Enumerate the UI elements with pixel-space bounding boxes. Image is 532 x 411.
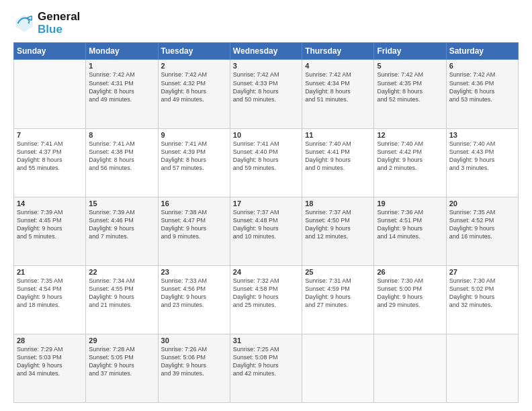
calendar-cell: 26Sunrise: 7:30 AM Sunset: 5:00 PM Dayli…: [374, 265, 446, 334]
calendar-cell: 7Sunrise: 7:41 AM Sunset: 4:37 PM Daylig…: [14, 128, 86, 197]
calendar-cell: 14Sunrise: 7:39 AM Sunset: 4:45 PM Dayli…: [14, 197, 86, 265]
week-row-4: 21Sunrise: 7:35 AM Sunset: 4:54 PM Dayli…: [14, 265, 519, 334]
day-info: Sunrise: 7:32 AM Sunset: 4:58 PM Dayligh…: [233, 277, 299, 310]
calendar-cell: 31Sunrise: 7:25 AM Sunset: 5:08 PM Dayli…: [230, 334, 302, 402]
calendar-cell: 9Sunrise: 7:41 AM Sunset: 4:39 PM Daylig…: [158, 128, 230, 197]
logo: General Blue: [13, 11, 80, 36]
day-info: Sunrise: 7:29 AM Sunset: 5:03 PM Dayligh…: [17, 345, 83, 378]
day-info: Sunrise: 7:42 AM Sunset: 4:33 PM Dayligh…: [233, 71, 299, 103]
day-number: 31: [233, 336, 299, 345]
calendar-cell: 8Sunrise: 7:41 AM Sunset: 4:38 PM Daylig…: [86, 128, 158, 197]
calendar-cell: 19Sunrise: 7:36 AM Sunset: 4:51 PM Dayli…: [374, 197, 446, 265]
day-number: 16: [161, 199, 227, 208]
day-number: 13: [449, 131, 515, 139]
calendar-cell: 30Sunrise: 7:26 AM Sunset: 5:06 PM Dayli…: [158, 334, 230, 402]
calendar-cell: 18Sunrise: 7:37 AM Sunset: 4:50 PM Dayli…: [302, 197, 374, 265]
day-info: Sunrise: 7:37 AM Sunset: 4:48 PM Dayligh…: [233, 208, 299, 241]
day-info: Sunrise: 7:42 AM Sunset: 4:35 PM Dayligh…: [377, 71, 443, 103]
day-info: Sunrise: 7:39 AM Sunset: 4:46 PM Dayligh…: [89, 208, 154, 241]
calendar-cell: 21Sunrise: 7:35 AM Sunset: 4:54 PM Dayli…: [14, 265, 86, 334]
calendar-cell: 12Sunrise: 7:40 AM Sunset: 4:42 PM Dayli…: [374, 128, 446, 197]
calendar-cell: [14, 60, 86, 128]
calendar-cell: 28Sunrise: 7:29 AM Sunset: 5:03 PM Dayli…: [14, 334, 86, 402]
header: General Blue: [13, 11, 519, 36]
calendar-cell: 29Sunrise: 7:28 AM Sunset: 5:05 PM Dayli…: [86, 334, 158, 402]
day-number: 11: [305, 131, 371, 139]
day-number: 30: [161, 336, 227, 345]
day-number: 14: [17, 199, 83, 208]
day-number: 29: [89, 336, 154, 345]
day-info: Sunrise: 7:28 AM Sunset: 5:05 PM Dayligh…: [89, 345, 154, 378]
day-info: Sunrise: 7:41 AM Sunset: 4:37 PM Dayligh…: [17, 140, 83, 173]
weekday-header-thursday: Thursday: [302, 43, 374, 60]
weekday-header-sunday: Sunday: [14, 43, 86, 60]
day-info: Sunrise: 7:42 AM Sunset: 4:34 PM Dayligh…: [305, 71, 371, 103]
day-info: Sunrise: 7:35 AM Sunset: 4:54 PM Dayligh…: [17, 277, 83, 310]
week-row-3: 14Sunrise: 7:39 AM Sunset: 4:45 PM Dayli…: [14, 197, 519, 265]
day-number: 1: [89, 62, 154, 70]
day-number: 23: [161, 268, 227, 276]
day-number: 8: [89, 131, 154, 139]
day-number: 18: [305, 199, 371, 208]
day-info: Sunrise: 7:31 AM Sunset: 4:59 PM Dayligh…: [305, 277, 371, 310]
day-info: Sunrise: 7:41 AM Sunset: 4:40 PM Dayligh…: [233, 140, 299, 173]
week-row-2: 7Sunrise: 7:41 AM Sunset: 4:37 PM Daylig…: [14, 128, 519, 197]
calendar-cell: 4Sunrise: 7:42 AM Sunset: 4:34 PM Daylig…: [302, 60, 374, 128]
day-number: 25: [305, 268, 371, 276]
logo-text: General Blue: [38, 11, 80, 36]
calendar-cell: 24Sunrise: 7:32 AM Sunset: 4:58 PM Dayli…: [230, 265, 302, 334]
week-row-1: 1Sunrise: 7:42 AM Sunset: 4:31 PM Daylig…: [14, 60, 519, 128]
day-number: 27: [449, 268, 515, 276]
day-number: 22: [89, 268, 154, 276]
day-info: Sunrise: 7:33 AM Sunset: 4:56 PM Dayligh…: [161, 277, 227, 310]
day-number: 10: [233, 131, 299, 139]
weekday-header-row: SundayMondayTuesdayWednesdayThursdayFrid…: [14, 43, 519, 60]
day-number: 28: [17, 336, 83, 345]
weekday-header-wednesday: Wednesday: [230, 43, 302, 60]
day-number: 6: [449, 62, 515, 70]
calendar-cell: 25Sunrise: 7:31 AM Sunset: 4:59 PM Dayli…: [302, 265, 374, 334]
day-number: 3: [233, 62, 299, 70]
day-info: Sunrise: 7:38 AM Sunset: 4:47 PM Dayligh…: [161, 208, 227, 241]
week-row-5: 28Sunrise: 7:29 AM Sunset: 5:03 PM Dayli…: [14, 334, 519, 402]
day-info: Sunrise: 7:41 AM Sunset: 4:39 PM Dayligh…: [161, 140, 227, 173]
day-info: Sunrise: 7:39 AM Sunset: 4:45 PM Dayligh…: [17, 208, 83, 241]
calendar-cell: 27Sunrise: 7:30 AM Sunset: 5:02 PM Dayli…: [446, 265, 518, 334]
day-number: 7: [17, 131, 83, 139]
calendar-cell: 6Sunrise: 7:42 AM Sunset: 4:36 PM Daylig…: [446, 60, 518, 128]
page: General Blue SundayMondayTuesdayWednesda…: [0, 0, 532, 411]
day-info: Sunrise: 7:34 AM Sunset: 4:55 PM Dayligh…: [89, 277, 154, 310]
day-number: 2: [161, 62, 227, 70]
day-number: 20: [449, 199, 515, 208]
day-number: 19: [377, 199, 443, 208]
day-number: 15: [89, 199, 154, 208]
calendar-cell: [446, 334, 518, 402]
calendar-cell: 16Sunrise: 7:38 AM Sunset: 4:47 PM Dayli…: [158, 197, 230, 265]
calendar-cell: 2Sunrise: 7:42 AM Sunset: 4:32 PM Daylig…: [158, 60, 230, 128]
weekday-header-friday: Friday: [374, 43, 446, 60]
calendar-cell: 23Sunrise: 7:33 AM Sunset: 4:56 PM Dayli…: [158, 265, 230, 334]
calendar-cell: 15Sunrise: 7:39 AM Sunset: 4:46 PM Dayli…: [86, 197, 158, 265]
calendar-cell: 10Sunrise: 7:41 AM Sunset: 4:40 PM Dayli…: [230, 128, 302, 197]
day-info: Sunrise: 7:40 AM Sunset: 4:43 PM Dayligh…: [449, 140, 515, 173]
day-number: 17: [233, 199, 299, 208]
day-number: 12: [377, 131, 443, 139]
day-number: 26: [377, 268, 443, 276]
weekday-header-saturday: Saturday: [446, 43, 518, 60]
day-info: Sunrise: 7:36 AM Sunset: 4:51 PM Dayligh…: [377, 208, 443, 241]
weekday-header-monday: Monday: [86, 43, 158, 60]
calendar-cell: [374, 334, 446, 402]
day-number: 9: [161, 131, 227, 139]
weekday-header-tuesday: Tuesday: [158, 43, 230, 60]
logo-icon: [13, 13, 35, 34]
day-number: 5: [377, 62, 443, 70]
day-info: Sunrise: 7:30 AM Sunset: 5:02 PM Dayligh…: [449, 277, 515, 310]
day-info: Sunrise: 7:41 AM Sunset: 4:38 PM Dayligh…: [89, 140, 154, 173]
day-number: 21: [17, 268, 83, 276]
day-info: Sunrise: 7:40 AM Sunset: 4:41 PM Dayligh…: [305, 140, 371, 173]
calendar-cell: 11Sunrise: 7:40 AM Sunset: 4:41 PM Dayli…: [302, 128, 374, 197]
calendar-cell: 1Sunrise: 7:42 AM Sunset: 4:31 PM Daylig…: [86, 60, 158, 128]
calendar-cell: 20Sunrise: 7:35 AM Sunset: 4:52 PM Dayli…: [446, 197, 518, 265]
day-number: 4: [305, 62, 371, 70]
calendar-cell: 13Sunrise: 7:40 AM Sunset: 4:43 PM Dayli…: [446, 128, 518, 197]
